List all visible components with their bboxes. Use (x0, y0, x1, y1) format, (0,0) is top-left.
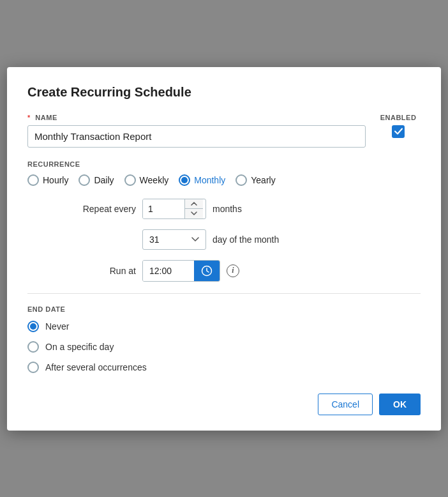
footer-buttons: Cancel OK (27, 394, 421, 415)
radio-yearly-label: Yearly (251, 175, 275, 185)
radio-specific-day-outer (27, 341, 39, 353)
end-specific-day-label: On a specific day (45, 342, 114, 352)
repeat-unit: months (213, 204, 242, 214)
time-clock-button[interactable] (194, 261, 220, 281)
name-enabled-row: * NAME ENABLED (27, 114, 421, 148)
repeat-label: Repeat every (78, 204, 136, 214)
recurrence-monthly[interactable]: Monthly (179, 174, 225, 186)
ok-button[interactable]: OK (379, 394, 421, 415)
end-never-label: Never (45, 321, 69, 332)
radio-hourly-outer (27, 174, 39, 186)
name-field-wrap: * NAME (27, 114, 366, 148)
enabled-checkbox[interactable] (392, 125, 405, 138)
name-input[interactable] (27, 125, 366, 148)
radio-monthly-label: Monthly (194, 175, 225, 185)
radio-yearly-outer (235, 174, 247, 186)
recurrence-yearly[interactable]: Yearly (235, 174, 275, 186)
recurrence-daily[interactable]: Daily (78, 174, 114, 186)
repeat-spinner (142, 199, 206, 219)
radio-hourly-label: Hourly (43, 175, 68, 185)
section-divider (27, 293, 421, 294)
radio-after-occurrences-outer (27, 362, 39, 373)
day-of-month-row: 31 123 456 789 101112 131415 161718 1920… (78, 229, 421, 250)
time-input[interactable] (143, 261, 194, 281)
end-date-label: END DATE (27, 305, 421, 313)
end-specific-day[interactable]: On a specific day (27, 341, 421, 353)
recurrence-hourly[interactable]: Hourly (27, 174, 68, 186)
recurrence-label: RECURRENCE (27, 160, 421, 168)
radio-daily-outer (78, 174, 90, 186)
radio-monthly-inner (181, 177, 188, 183)
required-star: * (27, 114, 31, 121)
enabled-wrap: ENABLED (376, 114, 421, 138)
radio-never-outer (27, 321, 39, 332)
recurrence-section: RECURRENCE Hourly Daily Weekly (27, 160, 421, 186)
time-wrap (142, 260, 220, 282)
recurrence-options: Repeat every months 31 1 (27, 199, 421, 282)
radio-daily-label: Daily (94, 175, 114, 185)
name-field-label: * NAME (27, 114, 366, 121)
radio-weekly-label: Weekly (140, 175, 169, 185)
info-icon[interactable]: i (227, 264, 239, 277)
end-after-occurrences[interactable]: After several occurrences (27, 362, 421, 373)
day-select-wrap: 31 123 456 789 101112 131415 161718 1920… (142, 229, 279, 250)
repeat-input[interactable] (143, 199, 184, 218)
recurrence-weekly[interactable]: Weekly (124, 174, 169, 186)
run-at-row: Run at i (78, 260, 421, 282)
radio-weekly-outer (124, 174, 136, 186)
day-suffix: day of the month (213, 234, 279, 245)
spinner-buttons (184, 199, 203, 218)
enabled-label: ENABLED (380, 114, 417, 121)
radio-never-inner (30, 323, 36, 330)
repeat-every-row: Repeat every months (78, 199, 421, 219)
end-date-section: END DATE Never On a specific day After s… (27, 305, 421, 373)
spinner-down-button[interactable] (185, 209, 203, 218)
recurrence-radio-group: Hourly Daily Weekly Monthly (27, 174, 421, 186)
radio-monthly-outer (179, 174, 190, 186)
dialog-title: Create Recurring Schedule (27, 85, 421, 100)
spinner-up-button[interactable] (185, 199, 203, 210)
day-select[interactable]: 31 123 456 789 101112 131415 161718 1920… (142, 229, 206, 250)
cancel-button[interactable]: Cancel (318, 394, 373, 415)
create-recurring-schedule-dialog: Create Recurring Schedule * NAME ENABLED… (7, 67, 441, 431)
end-date-radio-group: Never On a specific day After several oc… (27, 321, 421, 373)
run-at-label: Run at (78, 266, 136, 276)
end-after-occurrences-label: After several occurrences (45, 362, 147, 372)
end-never[interactable]: Never (27, 321, 421, 332)
